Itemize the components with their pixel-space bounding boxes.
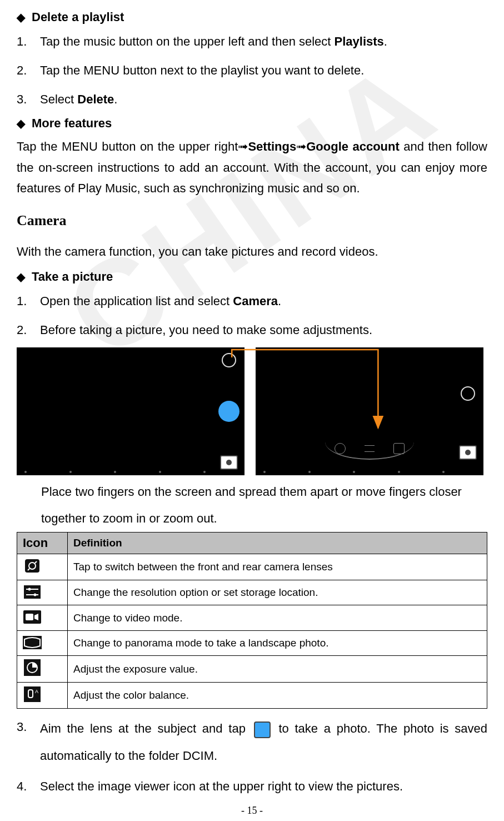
shutter-button-icon: [218, 401, 239, 422]
table-def: Change to video mode.: [68, 605, 487, 631]
mode-toggle-icon: [461, 386, 475, 401]
table-row: Change to video mode.: [17, 605, 487, 631]
table-row: Change to panorama mode to take a landsc…: [17, 631, 487, 656]
table-def: Change to panorama mode to take a landsc…: [68, 631, 487, 656]
take-picture-steps-cont: 3. Aim the lens at the subject and tap t…: [17, 715, 487, 798]
video-mode-icon: [23, 609, 42, 625]
switch-camera-icon: [23, 558, 42, 574]
heading-delete-text: Delete a playlist: [32, 10, 124, 24]
camera-mode-icon: [459, 445, 477, 460]
exposure-icon: [23, 659, 42, 676]
svg-rect-9: [26, 614, 33, 620]
table-header-def: Definition: [68, 533, 487, 554]
svg-point-7: [34, 594, 37, 596]
list-item: 1. Open the application list and select …: [17, 290, 487, 313]
table-row: Adjust the exposure value.: [17, 656, 487, 683]
delete-steps-list: 1. Tap the music button on the upper lef…: [17, 30, 487, 111]
step-number: 2.: [17, 59, 30, 82]
svg-rect-1: [25, 559, 39, 573]
table-def: Change the resolution option or set stor…: [68, 580, 487, 605]
table-header-icon: Icon: [17, 533, 68, 554]
step-number: 1.: [17, 30, 30, 53]
table-header-row: Icon Definition: [17, 533, 487, 554]
settings-arc-icon: [325, 436, 414, 460]
heading-camera: Camera: [17, 212, 487, 229]
panorama-mode-icon: [23, 634, 42, 651]
step-text: Aim the lens at the subject and tap to t…: [40, 715, 487, 769]
svg-rect-3: [24, 585, 41, 599]
camera-mode-icon: [220, 455, 238, 470]
step-text: Tap the MENU button next to the playlist…: [40, 59, 364, 82]
list-item: 3. Select Delete.: [17, 88, 487, 111]
camera-screenshot-left: [17, 347, 244, 475]
table-row: Change the resolution option or set stor…: [17, 580, 487, 605]
zoom-note: Place two fingers on the screen and spre…: [41, 479, 487, 533]
camera-screenshot-right: [256, 347, 483, 475]
mode-toggle-icon: [222, 353, 236, 367]
table-def: Tap to switch between the front and rear…: [68, 554, 487, 580]
diamond-bullet-icon: ◆: [17, 271, 25, 282]
table-row: Tap to switch between the front and rear…: [17, 554, 487, 580]
settings-sliders-icon: [23, 584, 42, 600]
list-item: 3. Aim the lens at the subject and tap t…: [17, 715, 487, 769]
list-item: 1. Tap the music button on the upper lef…: [17, 30, 487, 53]
camera-screenshot-figures: [17, 347, 487, 475]
step-text: Select the image viewer icon at the uppe…: [40, 775, 403, 798]
shutter-button-icon: [254, 722, 271, 738]
table-def: Adjust the exposure value.: [68, 656, 487, 683]
step-text: Open the application list and select Cam…: [40, 290, 281, 313]
heading-delete-playlist: ◆ Delete a playlist: [17, 10, 487, 24]
step-number: 3.: [17, 715, 30, 769]
take-picture-steps: 1. Open the application list and select …: [17, 290, 487, 342]
heading-take-text: Take a picture: [32, 270, 113, 284]
table-row: A Adjust the color balance.: [17, 683, 487, 709]
step-text: Tap the music button on the upper left a…: [40, 30, 387, 53]
list-item: 4. Select the image viewer icon at the u…: [17, 775, 487, 798]
list-item: 2. Before taking a picture, you need to …: [17, 319, 487, 342]
step-text: Before taking a picture, you need to mak…: [40, 319, 372, 342]
page-number: - 15 -: [0, 805, 504, 817]
svg-text:A: A: [35, 689, 38, 694]
step-number: 1.: [17, 290, 30, 313]
more-features-paragraph: Tap the MENU button on the upper right➟S…: [17, 136, 487, 198]
diamond-bullet-icon: ◆: [17, 118, 25, 129]
camera-intro: With the camera function, you can take p…: [17, 241, 487, 262]
icon-definition-table: Icon Definition Tap to switch between th…: [17, 532, 487, 709]
list-item: 2. Tap the MENU button next to the playl…: [17, 59, 487, 82]
step-text: Select Delete.: [40, 88, 117, 111]
step-number: 4.: [17, 775, 30, 798]
heading-more-text: More features: [32, 116, 112, 131]
step-number: 2.: [17, 319, 30, 342]
diamond-bullet-icon: ◆: [17, 12, 25, 23]
svg-point-5: [28, 588, 31, 591]
heading-more-features: ◆ More features: [17, 116, 487, 131]
white-balance-icon: A: [23, 686, 42, 703]
heading-take-picture: ◆ Take a picture: [17, 270, 487, 284]
step-number: 3.: [17, 88, 30, 111]
table-def: Adjust the color balance.: [68, 683, 487, 709]
